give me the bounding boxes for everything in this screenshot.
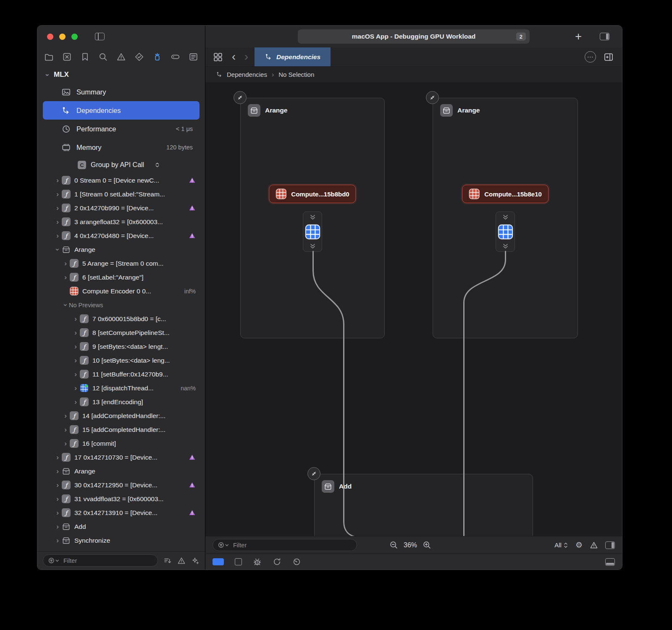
sidebar-item-memory[interactable]: Memory120 bytes (43, 138, 200, 157)
debug-bug-icon[interactable] (253, 557, 262, 566)
runtime-warning-icon[interactable] (189, 177, 196, 184)
tree-row[interactable]: ›No Previews (37, 298, 205, 312)
flat-list-icon[interactable] (163, 557, 172, 565)
tab-overview-icon[interactable] (213, 52, 223, 62)
tree-root-mlx[interactable]: › MLX (37, 67, 205, 83)
issues-warning-icon[interactable] (590, 541, 598, 549)
tree-row[interactable]: ›12 [dispatchThread...nan% (37, 381, 205, 395)
runtime-warning-icon[interactable] (189, 454, 196, 461)
chevron-right-icon[interactable]: › (62, 426, 69, 433)
chevron-right-icon[interactable]: › (72, 329, 79, 336)
chevron-right-icon[interactable]: › (54, 509, 61, 516)
tree-row[interactable]: ›ƒ4 0x14270d480 = [Device... (37, 229, 205, 243)
chevron-right-icon[interactable]: › (72, 357, 79, 364)
navigator-bookmark-icon[interactable] (80, 52, 90, 62)
compute-encoder-node[interactable]: Compute...15b8bd0 (269, 185, 356, 203)
toggle-inspector-panel-icon[interactable] (600, 33, 609, 40)
chevron-right-icon[interactable]: › (54, 495, 61, 502)
toggle-sidebar-icon[interactable] (95, 33, 105, 40)
navigator-tag-icon[interactable] (171, 52, 180, 62)
scope-selector[interactable]: All (554, 541, 568, 549)
navigator-debug-icon[interactable] (152, 52, 162, 62)
breadcrumb-root[interactable]: Dependencies (227, 71, 267, 78)
tree-row[interactable]: ›ƒ0 Stream 0 = [Device newC... (37, 173, 205, 187)
collapse-group-icon[interactable] (234, 91, 247, 104)
stepper-icon[interactable] (154, 161, 160, 169)
chevron-right-icon[interactable]: › (54, 481, 61, 489)
toggle-right-panel-icon[interactable] (605, 541, 615, 549)
runtime-warning-icon[interactable] (189, 232, 196, 239)
output-buffer-widget[interactable] (303, 212, 322, 252)
zoom-window-button[interactable] (71, 34, 78, 40)
output-buffer-widget[interactable] (496, 212, 515, 252)
runtime-warning-icon[interactable] (189, 204, 196, 212)
runtime-warning-icon[interactable] (189, 509, 196, 516)
chevron-right-icon[interactable]: › (72, 371, 79, 378)
tree-row[interactable]: ›ƒ7 0x6000015b8bd0 = [c... (37, 312, 205, 326)
sidebar-item-summary[interactable]: Summary (43, 83, 200, 101)
chevron-right-icon[interactable]: › (54, 232, 61, 239)
chevron-right-icon[interactable]: › (54, 454, 61, 461)
window-title-pill[interactable]: macOS App - Debugging GPU Workload 2 (298, 29, 530, 44)
sidebar-item-dependencies[interactable]: Dependencies (43, 101, 200, 120)
tree-row[interactable]: ›ƒ31 vvaddfloat32 = [0x600003... (37, 492, 205, 506)
tree-row[interactable]: ›Arange (37, 464, 205, 478)
chevron-right-icon[interactable]: › (54, 204, 61, 212)
chevron-right-icon[interactable]: › (62, 260, 69, 267)
more-options-icon[interactable]: ⋯ (585, 51, 596, 63)
runtime-warning-icon[interactable] (189, 481, 196, 489)
chevron-right-icon[interactable]: › (72, 384, 79, 392)
tree-row[interactable]: ›ƒ10 [setBytes:<data> leng... (37, 353, 205, 367)
chevron-down-icon[interactable]: › (44, 71, 51, 78)
chevron-right-icon[interactable]: › (54, 537, 61, 544)
chevron-down-icon[interactable]: › (54, 246, 61, 253)
chevron-right-icon[interactable]: › (54, 523, 61, 530)
sidebar-filter-input[interactable]: Filter (43, 554, 158, 567)
tree-row[interactable]: ›ƒ6 [setLabel:"Arange"] (37, 270, 205, 284)
show-issues-icon[interactable] (177, 557, 186, 565)
chevron-right-icon[interactable]: › (72, 343, 79, 350)
refresh-icon[interactable] (273, 557, 281, 566)
sidebar-item-performance[interactable]: Performance< 1 μs (43, 120, 200, 138)
navigator-search-icon[interactable] (98, 52, 108, 62)
tree-row[interactable]: ›ƒ15 [addCompletedHandler:... (37, 423, 205, 437)
add-editor-icon[interactable] (604, 52, 614, 62)
add-tab-button[interactable]: + (575, 31, 582, 42)
tree-row[interactable]: ›Synchronize (37, 533, 205, 547)
graph-view-button[interactable] (213, 558, 224, 565)
chevron-right-icon[interactable]: › (72, 315, 79, 322)
tree-row[interactable]: ›ƒ3 arangefloat32 = [0x600003... (37, 215, 205, 229)
tree-row[interactable]: ›ƒ8 [setComputePipelineSt... (37, 326, 205, 340)
tab-dependencies[interactable]: Dependencies (255, 47, 331, 66)
zoom-in-icon[interactable] (423, 541, 431, 549)
tree-row[interactable]: ›Arange (37, 243, 205, 256)
runtime-issues-icon[interactable] (191, 557, 200, 565)
tree-row[interactable]: ›Add (37, 520, 205, 533)
chevron-right-icon[interactable]: › (54, 218, 61, 225)
navigator-regions-icon[interactable] (62, 52, 72, 62)
collapse-group-icon[interactable] (426, 91, 439, 104)
buffer-grid-icon[interactable] (305, 224, 320, 240)
tree-row[interactable]: ›ƒ30 0x142712950 = [Device... (37, 478, 205, 492)
chevron-right-icon[interactable]: › (62, 274, 69, 281)
group-by-api-call[interactable]: C Group by API Call (37, 157, 205, 173)
frame-view-button[interactable] (235, 558, 242, 565)
tree-row[interactable]: ›ƒ32 0x142713910 = [Device... (37, 506, 205, 520)
zoom-out-icon[interactable] (389, 541, 398, 549)
navigator-list-icon[interactable] (189, 52, 198, 62)
chevron-right-icon[interactable]: › (62, 440, 69, 447)
tree-row[interactable]: ›ƒ14 [addCompletedHandler:... (37, 409, 205, 423)
chevron-down-icon[interactable]: › (62, 302, 69, 308)
chevron-right-icon[interactable]: › (54, 191, 61, 198)
chevron-right-icon[interactable]: › (62, 412, 69, 419)
forward-button[interactable]: › (244, 52, 248, 62)
tree-row[interactable]: ›ƒ2 0x14270b990 = [Device... (37, 201, 205, 215)
tree-row[interactable]: ›ƒ5 Arange = [Stream 0 com... (37, 256, 205, 270)
back-button[interactable]: ‹ (232, 52, 236, 62)
close-window-button[interactable] (47, 34, 53, 40)
tree-row[interactable]: ›ƒ17 0x142710730 = [Device... (37, 450, 205, 464)
navigator-test-icon[interactable] (134, 52, 144, 62)
tree-row[interactable]: ›ƒ1 [Stream 0 setLabel:"Stream... (37, 187, 205, 201)
chevron-right-icon[interactable]: › (54, 468, 61, 475)
tree-row[interactable]: ›ƒ9 [setBytes:<data> lengt... (37, 340, 205, 353)
